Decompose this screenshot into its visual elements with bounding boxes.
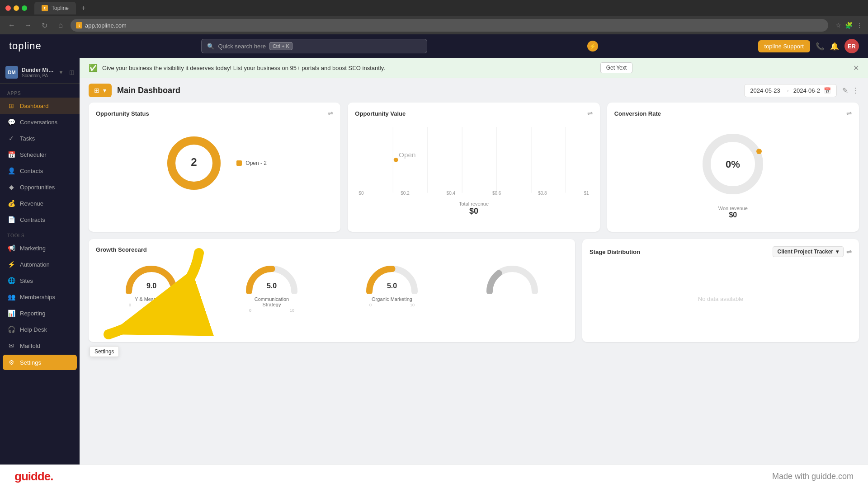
charts-scroll[interactable]: Opportunity Status ⇌ 2 bbox=[80, 103, 868, 488]
main-content: ✅ Give your business the visibility it d… bbox=[80, 58, 868, 488]
browser-nav-icons: ☆ 🧩 ⋮ bbox=[835, 22, 863, 29]
sidebar-item-tasks[interactable]: ✓ Tasks bbox=[0, 130, 80, 146]
gauge-communication: 5.0 Communication Strategy 010 bbox=[245, 262, 299, 313]
maximize-window-btn[interactable] bbox=[22, 5, 27, 11]
mailfold-icon: ✉ bbox=[7, 342, 15, 350]
conversion-rate-header: Conversion Rate ⇌ bbox=[614, 110, 852, 117]
sidebar-item-automation[interactable]: ⚡ Automation bbox=[0, 256, 80, 272]
address-bar[interactable]: t app.topline.com bbox=[71, 19, 828, 32]
sidebar-item-marketing[interactable]: 📢 Marketing bbox=[0, 240, 80, 256]
sidebar-sites-label: Sites bbox=[20, 277, 33, 284]
sidebar-dashboard-label: Dashboard bbox=[20, 103, 49, 109]
lightning-icon[interactable]: ⚡ bbox=[587, 41, 598, 52]
extensions-icon[interactable]: 🧩 bbox=[845, 22, 853, 29]
legend-dot-open bbox=[236, 160, 242, 166]
sidebar-item-scheduler[interactable]: 📅 Scheduler bbox=[0, 146, 80, 163]
sidebar-item-contracts[interactable]: 📄 Contracts bbox=[0, 211, 80, 228]
conversion-rate-title: Conversion Rate bbox=[614, 110, 661, 117]
refresh-btn[interactable]: ↻ bbox=[38, 19, 51, 32]
new-tab-btn[interactable]: + bbox=[81, 4, 85, 12]
stage-dropdown-chevron: ▾ bbox=[836, 249, 839, 255]
sidebar-item-memberships[interactable]: 👥 Memberships bbox=[0, 289, 80, 305]
revenue-icon: 💰 bbox=[7, 199, 15, 207]
search-placeholder: Quick search here bbox=[218, 43, 266, 50]
sidebar-item-opportunities[interactable]: ◆ Opportunities bbox=[0, 179, 80, 195]
notification-check-icon: ✅ bbox=[89, 64, 98, 72]
sidebar-settings-label: Settings bbox=[20, 359, 41, 366]
gauge-messaging-svg: 9.0 bbox=[124, 262, 179, 294]
svg-text:2: 2 bbox=[191, 156, 197, 168]
conversion-stats: Won revenue $0 bbox=[614, 206, 852, 219]
url-display: app.topline.com bbox=[85, 22, 127, 29]
phone-icon[interactable]: 📞 bbox=[816, 42, 825, 51]
sidebar-item-contacts[interactable]: 👤 Contacts bbox=[0, 163, 80, 179]
stage-distribution-dropdown[interactable]: Client Project Tracker ▾ bbox=[773, 246, 844, 257]
opportunity-value-filter-icon[interactable]: ⇌ bbox=[587, 110, 593, 117]
workspace-info: Dunder Mifflin [D... Scranton, PA bbox=[22, 67, 55, 78]
opportunity-status-filter-icon[interactable]: ⇌ bbox=[328, 110, 333, 117]
apps-section-label: Apps bbox=[0, 85, 80, 98]
gauge-extra-1-svg bbox=[485, 262, 539, 294]
won-revenue-stat: Won revenue $0 bbox=[718, 206, 748, 219]
notification-close-btn[interactable]: ✕ bbox=[853, 64, 859, 72]
donut-legend: Open - 2 bbox=[236, 160, 267, 166]
sidebar-item-revenue[interactable]: 💰 Revenue bbox=[0, 195, 80, 211]
workspace-selector[interactable]: DM Dunder Mifflin [D... Scranton, PA ▼ ◫ bbox=[0, 61, 80, 84]
gauge-messaging: 9.0 Y & Messaging 010 bbox=[124, 262, 179, 313]
sidebar-item-conversations[interactable]: 💬 Conversations bbox=[0, 114, 80, 130]
conversations-icon: 💬 bbox=[7, 118, 15, 126]
charts-row-1: Opportunity Status ⇌ 2 bbox=[89, 103, 859, 232]
marketing-icon: 📢 bbox=[7, 244, 15, 252]
gauge-organic-label: Organic Marketing bbox=[372, 296, 412, 302]
date-from: 2024-05-23 bbox=[750, 87, 780, 94]
gauge-extra-1 bbox=[485, 262, 539, 313]
get-yext-button[interactable]: Get Yext bbox=[600, 62, 632, 73]
dashboard-header: ⊞ ▾ Main Dashboard 2024-05-23 → 2024-06-… bbox=[80, 78, 868, 103]
conversion-rate-filter-icon[interactable]: ⇌ bbox=[846, 110, 852, 117]
dashboard-title: Main Dashboard bbox=[117, 86, 180, 95]
more-options-btn[interactable]: ⋮ bbox=[852, 86, 859, 95]
workspace-name: Dunder Mifflin [D... bbox=[22, 67, 55, 73]
tab-favicon: t bbox=[42, 5, 48, 11]
stage-distribution-filter-icon[interactable]: ⇌ bbox=[846, 248, 852, 255]
automation-icon: ⚡ bbox=[7, 260, 15, 268]
sidebar-scheduler-label: Scheduler bbox=[20, 151, 47, 158]
user-avatar[interactable]: ER bbox=[844, 39, 859, 53]
tab-title: Topline bbox=[52, 5, 69, 11]
sidebar-item-sites[interactable]: 🌐 Sites bbox=[0, 272, 80, 289]
settings-tooltip: Settings bbox=[90, 346, 119, 357]
app-logo: topline bbox=[9, 40, 42, 52]
browser-bar: t Topline + bbox=[0, 0, 868, 16]
sidebar-revenue-label: Revenue bbox=[20, 200, 43, 207]
bookmark-icon[interactable]: ☆ bbox=[835, 22, 841, 29]
bell-icon[interactable]: 🔔 bbox=[830, 42, 839, 51]
sidebar: DM Dunder Mifflin [D... Scranton, PA ▼ ◫… bbox=[0, 58, 80, 488]
sidebar-item-reporting[interactable]: 📊 Reporting bbox=[0, 305, 80, 321]
date-range-picker[interactable]: 2024-05-23 → 2024-06-2 📅 bbox=[744, 84, 837, 97]
dashboard-type-btn[interactable]: ⊞ ▾ bbox=[89, 84, 112, 97]
conversion-donut-svg: 0% bbox=[697, 128, 769, 200]
close-window-btn[interactable] bbox=[5, 5, 11, 11]
home-btn[interactable]: ⌂ bbox=[54, 19, 67, 32]
forward-btn[interactable]: → bbox=[22, 19, 34, 32]
sidebar-item-dashboard[interactable]: ⊞ Dashboard bbox=[0, 98, 80, 114]
stage-distribution-card: Stage Distribution Client Project Tracke… bbox=[582, 239, 859, 342]
minimize-window-btn[interactable] bbox=[14, 5, 19, 11]
sidebar-item-settings[interactable]: ⚙ Settings bbox=[3, 355, 77, 370]
header-search[interactable]: 🔍 Quick search here Ctrl + K bbox=[201, 39, 427, 53]
support-button[interactable]: topline Support bbox=[758, 40, 810, 52]
sidebar-contracts-label: Contracts bbox=[20, 216, 45, 223]
sidebar-item-mailfold[interactable]: ✉ Mailfold bbox=[0, 338, 80, 354]
memberships-icon: 👥 bbox=[7, 293, 15, 301]
opportunity-value-header: Opportunity Value ⇌ bbox=[355, 110, 592, 117]
legend-open: Open - 2 bbox=[236, 160, 267, 166]
sidebar-collapse-icon[interactable]: ◫ bbox=[69, 69, 74, 75]
menu-icon[interactable]: ⋮ bbox=[856, 22, 863, 29]
gauge-communication-label: Communication Strategy bbox=[251, 296, 292, 307]
back-btn[interactable]: ← bbox=[5, 19, 18, 32]
stage-distribution-header: Stage Distribution Client Project Tracke… bbox=[590, 246, 852, 257]
edit-dashboard-btn[interactable]: ✎ bbox=[842, 86, 848, 95]
browser-tab[interactable]: t Topline bbox=[34, 2, 76, 14]
sidebar-mailfold-label: Mailfold bbox=[20, 343, 40, 349]
sidebar-item-helpdesk[interactable]: 🎧 Help Desk bbox=[0, 321, 80, 338]
